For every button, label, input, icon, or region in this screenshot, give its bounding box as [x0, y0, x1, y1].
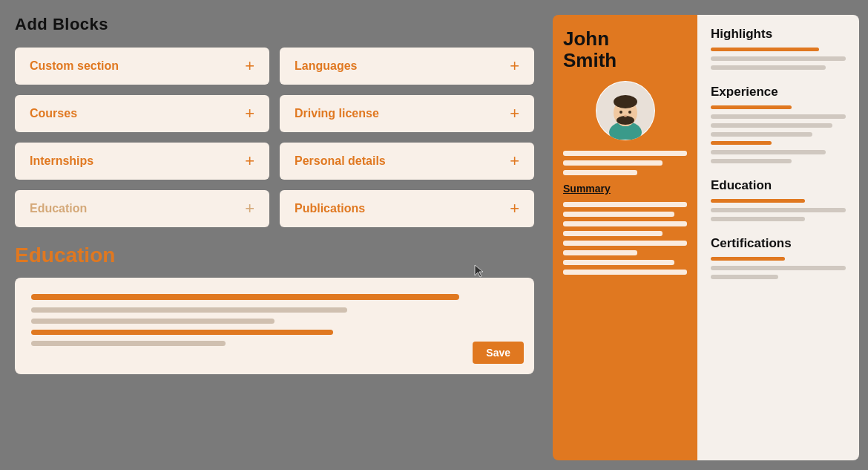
cv-summary-lines: [563, 202, 687, 275]
languages-button[interactable]: Languages +: [280, 48, 534, 85]
edu-line-hl-1: [711, 208, 846, 212]
custom-section-button[interactable]: Custom section +: [15, 48, 269, 85]
edu-line-1: [31, 294, 459, 300]
internships-label: Internships: [30, 154, 93, 168]
edu-sub-line-1: [31, 307, 347, 313]
cv-last-name: Smith: [563, 49, 617, 71]
hl-line-1: [711, 56, 846, 61]
save-button[interactable]: Save: [473, 342, 524, 364]
education-plus-icon: +: [245, 200, 254, 217]
cv-summary-title: Summary: [563, 183, 687, 195]
page-title: Add Blocks: [15, 15, 534, 34]
svg-point-5: [617, 116, 634, 125]
cert-line-1: [711, 266, 846, 270]
languages-label: Languages: [295, 59, 357, 73]
publications-plus-icon: +: [510, 200, 519, 217]
education-block-button[interactable]: Education +: [15, 190, 269, 227]
highlights-section: Highlights: [711, 27, 846, 70]
cv-summary-line-6: [563, 250, 637, 255]
cv-summary-line-2: [563, 212, 674, 217]
languages-plus-icon: +: [510, 58, 519, 74]
cv-summary-line-3: [563, 221, 687, 226]
cv-summary-line-4: [563, 231, 662, 236]
edu-line-hl-2: [711, 217, 805, 221]
cv-summary-line-7: [563, 260, 674, 265]
internships-button[interactable]: Internships +: [15, 143, 269, 180]
left-panel: Add Blocks Custom section + Courses + In…: [0, 0, 549, 470]
custom-section-label: Custom section: [30, 59, 119, 73]
education-card: Save: [15, 278, 534, 374]
personal-details-plus-icon: +: [510, 153, 519, 169]
avatar: [596, 81, 655, 140]
cv-summary-line-5: [563, 241, 687, 246]
education-hl-section: Education: [711, 178, 846, 221]
cv-lines: [563, 151, 687, 175]
edu-sub-line-4: [31, 341, 226, 346]
blocks-grid: Custom section + Courses + Internships +…: [15, 48, 534, 227]
cv-summary-line-1: [563, 202, 687, 207]
driving-license-label: Driving license: [295, 107, 379, 120]
exp-line-4: [711, 150, 826, 154]
cv-line-2: [563, 160, 662, 166]
driving-license-button[interactable]: Driving license +: [280, 95, 534, 132]
exp-line-2: [711, 123, 832, 128]
edu-sub-lines: [31, 307, 518, 346]
svg-point-7: [628, 111, 631, 114]
highlights-panel: Highlights Experience Education Certific…: [697, 15, 859, 460]
svg-point-6: [619, 111, 622, 114]
edu-sub-line-2: [31, 319, 274, 324]
svg-point-8: [624, 115, 627, 117]
publications-button[interactable]: Publications +: [280, 190, 534, 227]
personal-details-label: Personal details: [295, 154, 386, 168]
svg-point-4: [614, 95, 637, 108]
courses-label: Courses: [30, 107, 77, 120]
exp-line-5: [711, 159, 792, 163]
cv-line-3: [563, 170, 637, 175]
personal-details-button[interactable]: Personal details +: [280, 143, 534, 180]
hl-line-2: [711, 65, 826, 70]
cv-panel: John Smith Summary: [553, 15, 697, 460]
cv-line-1: [563, 151, 687, 156]
certifications-section: Certifications: [711, 236, 846, 279]
education-block-label: Education: [30, 202, 87, 215]
courses-button[interactable]: Courses +: [15, 95, 269, 132]
custom-section-plus-icon: +: [245, 58, 254, 74]
education-bar: [711, 199, 805, 203]
experience-bar-2: [711, 141, 772, 145]
cv-first-name: John: [563, 27, 609, 50]
exp-line-3: [711, 132, 812, 137]
certifications-bar: [711, 257, 785, 261]
publications-label: Publications: [295, 202, 365, 215]
cert-line-2: [711, 275, 778, 279]
exp-line-1: [711, 114, 846, 119]
courses-plus-icon: +: [245, 105, 254, 122]
education-hl-title: Education: [711, 178, 846, 193]
highlights-bar: [711, 48, 819, 51]
experience-title: Experience: [711, 85, 846, 99]
experience-section: Experience: [711, 85, 846, 163]
cv-summary-line-8: [563, 270, 687, 275]
highlights-title: Highlights: [711, 27, 846, 42]
certifications-title: Certifications: [711, 236, 846, 251]
edu-sub-line-3: [31, 330, 333, 335]
internships-plus-icon: +: [245, 153, 254, 169]
education-section-title: Education: [15, 244, 534, 267]
experience-bar: [711, 105, 792, 109]
cv-name: John Smith: [563, 28, 687, 71]
driving-license-plus-icon: +: [510, 105, 519, 122]
